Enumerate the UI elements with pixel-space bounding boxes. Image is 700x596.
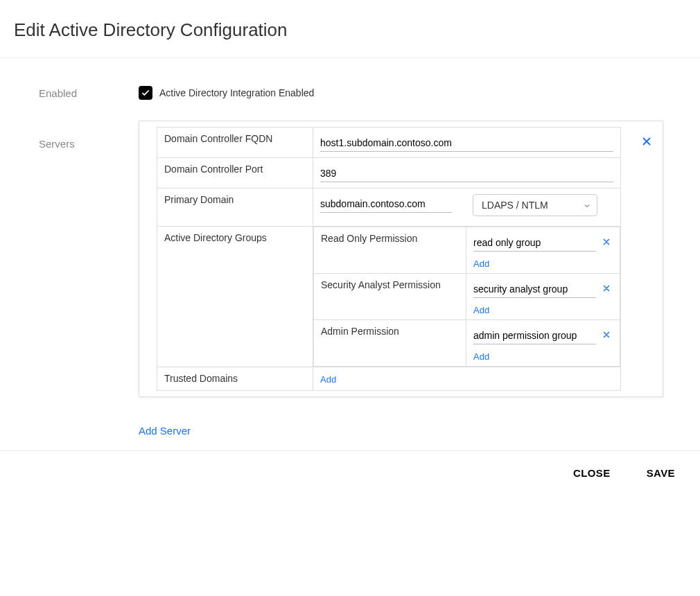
readonly-group-entry [473, 233, 613, 252]
admin-group-entry [473, 326, 613, 344]
close-button[interactable]: CLOSE [569, 466, 615, 480]
remove-admin-group-icon[interactable] [600, 329, 613, 342]
checkbox-checked-icon [139, 86, 152, 100]
remove-server-icon[interactable] [640, 135, 653, 150]
readonly-group-input[interactable] [473, 233, 596, 252]
fqdn-input[interactable] [320, 133, 613, 152]
servers-label: Servers [39, 121, 139, 437]
enabled-checkbox-wrap[interactable]: Active Directory Integration Enabled [139, 86, 686, 100]
add-trusted-domain-link[interactable]: Add [320, 374, 336, 385]
port-input[interactable] [320, 164, 613, 182]
remove-readonly-group-icon[interactable] [600, 236, 613, 249]
primary-domain-label: Primary Domain [157, 189, 313, 227]
protocol-select[interactable]: LDAPS / NTLM [473, 194, 597, 216]
ad-groups-label: Active Directory Groups [157, 227, 313, 367]
page-title: Edit Active Directory Configuration [14, 19, 686, 41]
enabled-label: Enabled [39, 86, 139, 100]
footer: CLOSE SAVE [0, 450, 700, 495]
primary-domain-input[interactable] [320, 194, 452, 213]
content: Enabled Active Directory Integration Ena… [0, 58, 700, 450]
enabled-checkbox-label: Active Directory Integration Enabled [159, 87, 314, 98]
readonly-perm-label: Read Only Permission [314, 227, 466, 274]
add-admin-group-link[interactable]: Add [473, 351, 489, 362]
port-label: Domain Controller Port [157, 158, 313, 189]
save-button[interactable]: SAVE [642, 466, 679, 480]
groups-table: Read Only Permission [313, 227, 620, 367]
security-group-entry [473, 279, 613, 298]
servers-row: Servers Domain Controller FQDN [39, 121, 686, 437]
admin-group-input[interactable] [473, 326, 596, 344]
server-card: Domain Controller FQDN Domain Controller… [139, 121, 663, 397]
add-server-link[interactable]: Add Server [139, 425, 191, 437]
security-perm-label: Security Analyst Permission [314, 274, 466, 320]
page-header: Edit Active Directory Configuration [0, 0, 700, 58]
trusted-domains-label: Trusted Domains [157, 367, 313, 391]
protocol-select-value: LDAPS / NTLM [482, 200, 548, 211]
chevron-down-icon [583, 202, 591, 210]
add-security-group-link[interactable]: Add [473, 305, 489, 315]
remove-security-group-icon[interactable] [600, 283, 613, 295]
enabled-row: Enabled Active Directory Integration Ena… [39, 86, 686, 100]
admin-perm-label: Admin Permission [314, 320, 466, 367]
add-readonly-group-link[interactable]: Add [473, 258, 489, 269]
security-group-input[interactable] [473, 279, 596, 298]
fqdn-label: Domain Controller FQDN [157, 128, 313, 158]
server-config-table: Domain Controller FQDN Domain Controller… [157, 127, 621, 391]
